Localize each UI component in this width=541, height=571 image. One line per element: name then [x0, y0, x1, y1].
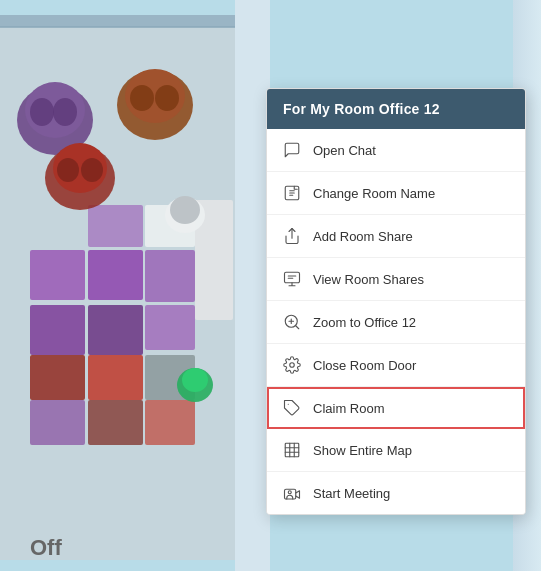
svg-rect-15 — [30, 400, 85, 445]
svg-rect-6 — [30, 305, 85, 355]
menu-header: For My Room Office 12 — [267, 89, 525, 129]
menu-item-zoom-to-office[interactable]: Zoom to Office 12 — [267, 301, 525, 344]
tag-icon — [281, 397, 303, 419]
svg-text:Off: Off — [30, 535, 62, 560]
menu-item-view-room-shares[interactable]: View Room Shares — [267, 258, 525, 301]
gear-icon — [281, 354, 303, 376]
svg-point-29 — [57, 158, 79, 182]
menu-item-label: Change Room Name — [313, 186, 435, 201]
menu-item-show-entire-map[interactable]: Show Entire Map — [267, 429, 525, 472]
svg-rect-7 — [88, 305, 143, 355]
svg-rect-4 — [30, 250, 85, 300]
svg-rect-17 — [145, 400, 195, 445]
meeting-icon — [281, 482, 303, 504]
menu-item-label: Add Room Share — [313, 229, 413, 244]
svg-rect-12 — [88, 205, 143, 247]
menu-item-start-meeting[interactable]: Start Meeting — [267, 472, 525, 514]
menu-item-add-room-share[interactable]: Add Room Share — [267, 215, 525, 258]
edit-building-icon — [281, 182, 303, 204]
svg-point-21 — [30, 98, 54, 126]
map-icon — [281, 439, 303, 461]
room-scene: Off — [0, 0, 270, 571]
menu-item-change-room-name[interactable]: Change Room Name — [267, 172, 525, 215]
svg-point-43 — [290, 363, 295, 368]
menu-item-close-room-door[interactable]: Close Room Door — [267, 344, 525, 387]
svg-rect-5 — [88, 250, 143, 300]
context-menu: For My Room Office 12 Open Chat Change R… — [266, 88, 526, 515]
view-shares-icon — [281, 268, 303, 290]
share-arrow-icon — [281, 225, 303, 247]
menu-item-label: Claim Room — [313, 401, 385, 416]
menu-item-label: Show Entire Map — [313, 443, 412, 458]
svg-line-40 — [295, 325, 298, 328]
svg-point-22 — [53, 98, 77, 126]
menu-item-label: Zoom to Office 12 — [313, 315, 416, 330]
svg-point-30 — [81, 158, 103, 182]
svg-rect-1 — [0, 15, 265, 27]
menu-item-open-chat[interactable]: Open Chat — [267, 129, 525, 172]
svg-rect-8 — [30, 355, 85, 400]
menu-title: For My Room Office 12 — [283, 101, 440, 117]
svg-rect-45 — [285, 443, 299, 457]
svg-rect-9 — [88, 355, 143, 400]
svg-rect-3 — [235, 0, 270, 571]
svg-point-25 — [130, 85, 154, 111]
svg-rect-10 — [145, 305, 195, 350]
svg-point-47 — [288, 491, 291, 494]
menu-item-label: View Room Shares — [313, 272, 424, 287]
chat-icon — [281, 139, 303, 161]
menu-item-label: Close Room Door — [313, 358, 416, 373]
svg-point-32 — [170, 196, 200, 224]
svg-point-26 — [155, 85, 179, 111]
menu-item-label: Open Chat — [313, 143, 376, 158]
svg-rect-38 — [285, 272, 300, 283]
menu-item-label: Start Meeting — [313, 486, 390, 501]
zoom-icon — [281, 311, 303, 333]
menu-item-claim-room[interactable]: Claim Room — [267, 387, 525, 429]
svg-point-34 — [182, 368, 208, 392]
svg-rect-16 — [88, 400, 143, 445]
svg-rect-13 — [145, 250, 195, 302]
